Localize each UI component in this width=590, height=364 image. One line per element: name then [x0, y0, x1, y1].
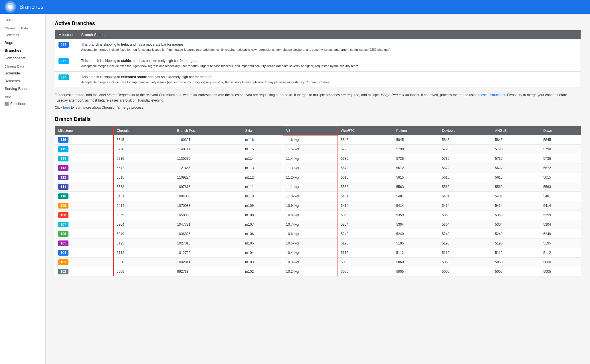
- cell-webrtc-115: 5790: [338, 144, 393, 154]
- cell-v8-111: 11.1-lkgr: [283, 182, 338, 191]
- badge-114: 114: [58, 156, 68, 161]
- badge-103: 103: [58, 259, 68, 265]
- cell-branchpos-109: 1070088: [174, 201, 242, 210]
- cell-pdfium-111: 5563: [393, 182, 439, 191]
- sidebar-item-commits[interactable]: Commits: [0, 31, 45, 39]
- active-branch-row-114: 114 This branch is shipping to extended …: [55, 72, 581, 88]
- badge-115: 115: [58, 146, 68, 152]
- cell-angle-115: 5790: [492, 144, 540, 154]
- cell-angle-102: 5005: [492, 267, 540, 276]
- cell-milestone-103: 103: [55, 257, 114, 267]
- badge-107: 107: [58, 222, 68, 227]
- cell-angle-114: 5735: [492, 154, 540, 163]
- sidebar-item-home[interactable]: Home: [0, 16, 45, 24]
- cell-webrtc-104: 5112: [338, 248, 393, 257]
- sidebar-item-bugs[interactable]: Bugs: [0, 39, 45, 46]
- sidebar-item-components[interactable]: Components: [0, 54, 45, 62]
- milestone-badge-114: 114: [58, 74, 69, 80]
- badge-112: 112: [58, 175, 68, 180]
- cell-angle-108: 5359: [492, 210, 540, 220]
- cell-chromium-113: 5672: [114, 163, 174, 173]
- cell-pdfium-112: 5615: [393, 173, 439, 182]
- branch-row-106: 106 5249 1036826 m106 10.6-lkgr 5249 524…: [55, 229, 581, 238]
- cell-pdfium-115: 5790: [393, 144, 439, 154]
- cell-devtools-107: 5304: [439, 220, 492, 229]
- cell-branchpos-103: 1002911: [174, 257, 242, 267]
- cell-devtools-105: 5195: [439, 238, 492, 248]
- th-branch-pos: Branch Pos.: [174, 126, 242, 135]
- cell-milestone-116: 116: [55, 135, 114, 145]
- cell-devtools-112: 5615: [439, 173, 492, 182]
- cell-milestone-106: 106: [55, 229, 114, 238]
- cell-skia-114: m114: [242, 154, 283, 163]
- cell-milestone-114: 114: [55, 154, 114, 163]
- active-branch-row-116: 116 This branch is shipping to beta, and…: [55, 39, 581, 55]
- cell-chromium-104: 5112: [114, 248, 174, 257]
- cell-v8-114: 11.4-lkgr: [283, 154, 338, 163]
- active-branch-row-115: 115 This branch is shipping to stable, a…: [55, 55, 581, 72]
- sidebar-item-serving-builds[interactable]: Serving Builds: [0, 85, 45, 92]
- cell-skia-113: m113: [242, 163, 283, 173]
- cell-angle-109: 5414: [492, 201, 540, 210]
- sidebar-item-feedback[interactable]: ☷ Feedback: [0, 100, 45, 108]
- cell-pdfium-109: 5414: [393, 201, 439, 210]
- col-header-branch-status: Branch Status: [78, 30, 581, 39]
- cell-chromium-111: 5563: [114, 182, 174, 191]
- cell-branchpos-113: 1121455: [174, 163, 242, 173]
- cell-chromium-102: 5005: [114, 267, 174, 276]
- branch-row-111: 111 5563 1097615 m111 11.1-lkgr 5563 556…: [55, 182, 581, 191]
- cell-milestone-112: 112: [55, 173, 114, 182]
- merge-instructions: To request a merge, add the label Merge-…: [55, 92, 581, 111]
- these-instructions-link[interactable]: these instructions: [478, 93, 505, 97]
- badge-102: 102: [58, 269, 68, 274]
- milestone-badge-115: 115: [58, 58, 69, 64]
- active-branches-title: Active Branches: [55, 21, 581, 27]
- cell-pdfium-114: 5735: [393, 154, 439, 163]
- cell-skia-115: m115: [242, 144, 283, 154]
- cell-milestone-113: 113: [55, 163, 114, 173]
- svg-point-2: [8, 5, 13, 9]
- cell-chromium-107: 5304: [114, 220, 174, 229]
- cell-angle-112: 5615: [492, 173, 540, 182]
- badge-108: 108: [58, 212, 68, 218]
- cell-angle-113: 5672: [492, 163, 540, 173]
- active-branches-table: Milestone Branch Status 116 This branch …: [55, 30, 581, 88]
- cell-v8-109: 10.9-lkgr: [283, 201, 338, 210]
- cell-webrtc-116: 5845: [338, 135, 393, 145]
- cell-skia-104: m104: [242, 248, 283, 257]
- branch-row-110: 110 5481 1084008 m110 11.0-lkgr 5481 548…: [55, 191, 581, 201]
- cell-v8-115: 11.5-lkgr: [283, 144, 338, 154]
- sidebar-item-releases[interactable]: Releases: [0, 77, 45, 85]
- sidebar-section-chromium-data: Chromium Data: [0, 24, 45, 31]
- cell-v8-104: 10.4-lkgr: [283, 248, 338, 257]
- cell-chromium-116: 5845: [114, 135, 174, 145]
- chrome-logo: [5, 1, 16, 13]
- cell-webrtc-108: 5359: [338, 210, 393, 220]
- cell-dawn-102: 5005: [540, 267, 581, 276]
- cell-skia-111: m111: [242, 182, 283, 191]
- th-angle: ANGLE: [492, 126, 540, 135]
- cell-chromium-109: 5414: [114, 201, 174, 210]
- cell-dawn-104: 5112: [540, 248, 581, 257]
- cell-pdfium-104: 5112: [393, 248, 439, 257]
- th-v8: V8: [283, 126, 338, 135]
- cell-branchpos-112: 1109224: [174, 173, 242, 182]
- cell-v8-103: 10.3-lkgr: [283, 257, 338, 267]
- sidebar-item-schedule[interactable]: Schedule: [0, 69, 45, 77]
- cell-pdfium-110: 5481: [393, 191, 439, 201]
- sidebar-item-branches[interactable]: Branches: [0, 46, 45, 54]
- feedback-icon: ☷: [5, 102, 9, 106]
- cell-branchpos-107: 1047731: [174, 220, 242, 229]
- badge-104: 104: [58, 250, 68, 256]
- cell-angle-116: 5845: [492, 135, 540, 145]
- cell-branchpos-111: 1097615: [174, 182, 242, 191]
- th-dawn: Dawn: [540, 126, 581, 135]
- cell-angle-106: 5249: [492, 229, 540, 238]
- cell-angle-111: 5563: [492, 182, 540, 191]
- cell-pdfium-107: 5304: [393, 220, 439, 229]
- branch-row-107: 107 5304 1047731 m107 10.7-lkgr 5304 530…: [55, 220, 581, 229]
- here-link[interactable]: here: [63, 106, 70, 110]
- cell-branchpos-105: 1027018: [174, 238, 242, 248]
- cell-chromium-110: 5481: [114, 191, 174, 201]
- cell-skia-102: m102: [242, 267, 283, 276]
